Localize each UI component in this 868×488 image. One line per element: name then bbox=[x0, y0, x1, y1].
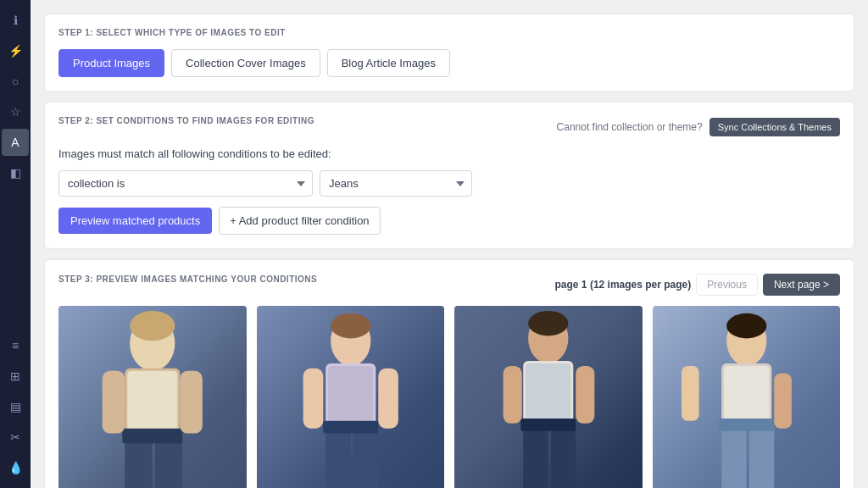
monitor-icon[interactable]: ▤ bbox=[2, 393, 29, 420]
image-item: Product: Jeans 2 File Name: jeans-2-jean… bbox=[257, 306, 445, 488]
pagination-controls: page 1 (12 images per page) Previous Nex… bbox=[555, 274, 840, 296]
step2-header: STEP 2: SET CONDITIONS TO FIND IMAGES FO… bbox=[58, 116, 840, 137]
step2-card: STEP 2: SET CONDITIONS TO FIND IMAGES FO… bbox=[44, 102, 854, 249]
info-icon[interactable]: ℹ bbox=[2, 7, 29, 34]
add-filter-button[interactable]: + Add product filter condition bbox=[219, 207, 380, 235]
svg-rect-18 bbox=[326, 426, 351, 488]
svg-rect-6 bbox=[122, 429, 182, 444]
image-item: Product: Jeans 3 File Name: jeans-3-jean… bbox=[454, 306, 643, 488]
star-icon[interactable]: ☆ bbox=[2, 98, 29, 125]
svg-rect-20 bbox=[323, 421, 378, 434]
svg-rect-29 bbox=[523, 424, 548, 488]
grid2-icon[interactable]: ⊞ bbox=[2, 363, 29, 390]
svg-rect-30 bbox=[551, 424, 576, 488]
clock-icon[interactable]: ○ bbox=[2, 68, 29, 95]
main-content: STEP 1: SELECT WHICH TYPE OF IMAGES TO E… bbox=[31, 0, 868, 488]
svg-rect-40 bbox=[721, 424, 747, 488]
product-images-button[interactable]: Product Images bbox=[58, 49, 164, 77]
image-type-buttons: Product Images Collection Cover Images B… bbox=[58, 49, 840, 77]
list-icon[interactable]: ≡ bbox=[2, 332, 29, 359]
svg-rect-14 bbox=[328, 366, 373, 426]
svg-rect-41 bbox=[748, 424, 774, 488]
condition-row: collection is collection contains tag is… bbox=[58, 170, 840, 197]
svg-rect-9 bbox=[103, 371, 125, 434]
drop-icon[interactable]: 💧 bbox=[2, 454, 29, 481]
svg-rect-28 bbox=[526, 363, 570, 424]
svg-rect-31 bbox=[520, 419, 576, 431]
svg-point-1 bbox=[130, 311, 175, 341]
cannot-find-section: Cannot find collection or theme? Sync Co… bbox=[557, 118, 840, 136]
svg-rect-3 bbox=[127, 371, 177, 434]
collection-cover-button[interactable]: Collection Cover Images bbox=[171, 49, 320, 77]
image-thumbnail-4 bbox=[653, 306, 841, 488]
image-grid: Product: Jeans 1 File Name: jeans-1-jean… bbox=[58, 306, 840, 488]
sync-button[interactable]: Sync Collections & Themes bbox=[709, 118, 840, 136]
condition-field-select[interactable]: collection is collection contains tag is… bbox=[58, 170, 313, 197]
svg-rect-23 bbox=[303, 369, 323, 429]
sidebar: ℹ ⚡ ○ ☆ A ◧ ≡ ⊞ ▤ ✂ 💧 bbox=[0, 0, 31, 488]
svg-point-12 bbox=[331, 313, 370, 339]
svg-point-26 bbox=[528, 311, 568, 336]
image-thumbnail-3 bbox=[454, 306, 643, 488]
step3-card: STEP 3: PREVIEW IMAGES MATCHING YOUR CON… bbox=[44, 259, 854, 488]
svg-point-37 bbox=[726, 313, 766, 339]
page-info: page 1 (12 images per page) bbox=[555, 279, 692, 291]
preview-button[interactable]: Preview matched products bbox=[58, 208, 212, 234]
svg-rect-48 bbox=[681, 366, 698, 421]
step1-label: STEP 1: SELECT WHICH TYPE OF IMAGES TO E… bbox=[58, 28, 840, 37]
conditions-label: Images must match all following conditio… bbox=[58, 147, 840, 160]
svg-rect-35 bbox=[576, 366, 594, 424]
svg-rect-47 bbox=[774, 374, 792, 429]
svg-rect-19 bbox=[353, 426, 378, 488]
lightning-icon[interactable]: ⚡ bbox=[2, 37, 29, 64]
action-row: Preview matched products + Add product f… bbox=[58, 207, 840, 235]
cut-icon[interactable]: ✂ bbox=[2, 424, 29, 451]
svg-rect-42 bbox=[719, 419, 774, 431]
svg-rect-39 bbox=[724, 366, 769, 424]
step3-label-row: STEP 3: PREVIEW IMAGES MATCHING YOUR CON… bbox=[58, 274, 840, 296]
prev-button[interactable]: Previous bbox=[696, 274, 758, 296]
step3-label: STEP 3: PREVIEW IMAGES MATCHING YOUR CON… bbox=[58, 274, 317, 284]
svg-rect-10 bbox=[180, 371, 203, 434]
step1-card: STEP 1: SELECT WHICH TYPE OF IMAGES TO E… bbox=[44, 14, 854, 92]
next-button[interactable]: Next page > bbox=[763, 274, 840, 296]
text-icon[interactable]: A bbox=[2, 129, 29, 156]
document-icon[interactable]: ◧ bbox=[2, 159, 29, 186]
image-item: Product: Jeans 4 File Name: jeans-4-jean… bbox=[653, 306, 841, 488]
cannot-find-text: Cannot find collection or theme? bbox=[557, 121, 703, 133]
svg-rect-24 bbox=[378, 369, 398, 429]
condition-value-select[interactable]: Jeans T-Shirts Shoes Accessories bbox=[320, 170, 472, 197]
image-item: Product: Jeans 1 File Name: jeans-1-jean… bbox=[58, 306, 247, 488]
step2-label: STEP 2: SET CONDITIONS TO FIND IMAGES FO… bbox=[58, 116, 314, 125]
image-thumbnail-1 bbox=[58, 306, 247, 488]
svg-rect-34 bbox=[504, 366, 522, 424]
image-thumbnail-2 bbox=[257, 306, 445, 488]
blog-article-button[interactable]: Blog Article Images bbox=[327, 49, 450, 77]
